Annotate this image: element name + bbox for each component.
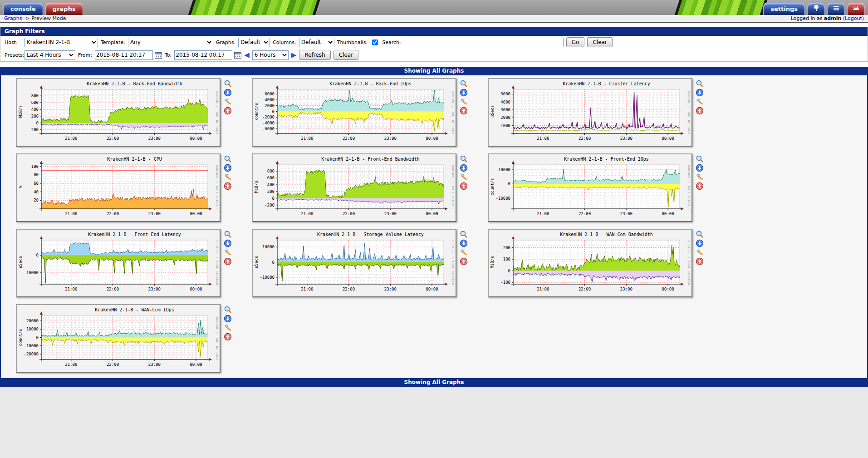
breadcrumb-graphs-link[interactable]: Graphs	[4, 15, 22, 21]
graph-cell: -200020040060080021:0022:0023:0000:00Kra…	[16, 78, 252, 147]
kill-spike-icon[interactable]	[460, 182, 468, 190]
tab-preview-view[interactable]	[847, 2, 865, 15]
graph-source-icon[interactable]	[224, 324, 232, 332]
tab-list-view[interactable]	[827, 2, 845, 15]
graph-source-icon[interactable]	[224, 98, 232, 106]
svg-text:21:00: 21:00	[301, 212, 313, 216]
columns-select[interactable]: Default	[299, 38, 334, 47]
svg-text:-10000: -10000	[260, 275, 275, 280]
csv-export-icon[interactable]	[460, 239, 468, 247]
window-select[interactable]: 6 Hours	[252, 50, 289, 60]
csv-export-icon[interactable]	[224, 164, 232, 172]
graphs-select[interactable]: Default	[238, 38, 270, 47]
kill-spike-icon[interactable]	[696, 257, 704, 266]
kill-spike-icon[interactable]	[460, 257, 468, 266]
graph-image[interactable]: -1000001000021:0022:0023:0000:00KrakenHN…	[252, 229, 456, 297]
shift-left-icon[interactable]: ◀	[244, 52, 250, 59]
clear-button[interactable]: Clear	[587, 37, 612, 47]
tab-tree-view[interactable]	[807, 2, 825, 15]
graph-source-icon[interactable]	[696, 248, 704, 256]
graph-image[interactable]: -1000001000021:0022:0023:0000:00KrakenHN…	[488, 153, 692, 222]
graph-source-icon[interactable]	[460, 248, 468, 256]
graph-source-icon[interactable]	[460, 173, 468, 181]
from-calendar-icon[interactable]	[155, 52, 162, 59]
logout-link[interactable]: (Logout)	[843, 15, 864, 21]
svg-text:RRDTOOL / TOBI OETIKER: RRDTOOL / TOBI OETIKER	[215, 165, 219, 210]
svg-text:KrakenHN 2-1-B - Storage-Volum: KrakenHN 2-1-B - Storage-Volume Latency	[317, 232, 424, 237]
zoom-graph-icon[interactable]	[460, 155, 468, 163]
clear-button-2[interactable]: Clear	[333, 50, 358, 60]
graph-image[interactable]: -6000-4000-2000020004000600021:0022:0023…	[252, 78, 456, 147]
kill-spike-icon[interactable]	[224, 333, 232, 341]
csv-export-icon[interactable]	[460, 89, 468, 97]
kill-spike-icon[interactable]	[224, 257, 232, 266]
svg-text:RRDTOOL / TOBI OETIKER: RRDTOOL / TOBI OETIKER	[451, 165, 455, 210]
graph-source-icon[interactable]	[224, 173, 232, 181]
svg-text:23:00: 23:00	[148, 287, 161, 291]
tab-graphs[interactable]: graphs	[45, 2, 83, 15]
graph-image[interactable]: 2040608010021:0022:0023:0000:00KrakenHN …	[16, 153, 221, 222]
kill-spike-icon[interactable]	[696, 182, 704, 190]
host-select[interactable]: KrakenHN 2-1-B	[25, 38, 98, 47]
tree-icon	[813, 5, 820, 13]
shift-right-icon[interactable]: ▶	[291, 52, 297, 59]
kill-spike-icon[interactable]	[224, 182, 232, 190]
csv-export-icon[interactable]	[224, 239, 232, 247]
to-calendar-icon[interactable]	[234, 52, 241, 59]
graph-cell: -1000001000021:0022:0023:0000:00KrakenHN…	[488, 153, 724, 222]
zoom-graph-icon[interactable]	[696, 155, 704, 163]
csv-export-icon[interactable]	[696, 89, 704, 97]
graph-source-icon[interactable]	[224, 248, 232, 256]
kill-spike-icon[interactable]	[224, 107, 232, 115]
svg-text:21:00: 21:00	[301, 287, 313, 291]
svg-text:200: 200	[31, 114, 39, 118]
graph-source-icon[interactable]	[696, 98, 704, 106]
graph-image[interactable]: -200020040060080021:0022:0023:0000:00Kra…	[16, 78, 221, 147]
thumbnails-checkbox[interactable]	[372, 39, 378, 45]
svg-text:4000: 4000	[265, 98, 275, 102]
from-label: From:	[78, 52, 92, 58]
svg-text:-200: -200	[29, 128, 39, 132]
zoom-graph-icon[interactable]	[224, 230, 232, 238]
zoom-graph-icon[interactable]	[696, 230, 704, 238]
presets-select[interactable]: Last 4 Hours	[25, 50, 75, 60]
zoom-graph-icon[interactable]	[224, 155, 232, 163]
to-input[interactable]	[174, 50, 232, 60]
graph-source-icon[interactable]	[696, 173, 704, 181]
graph-image[interactable]: -10000021:0022:0023:0000:00KrakenHN 2-1-…	[16, 229, 221, 297]
graph-image[interactable]: -20000-100000100002000021:0022:0023:0000…	[16, 304, 221, 373]
refresh-button[interactable]: Refresh	[299, 50, 330, 60]
graph-image[interactable]: -100010020021:0022:0023:0000:00KrakenHN …	[488, 229, 692, 297]
zoom-graph-icon[interactable]	[224, 305, 232, 314]
zoom-graph-icon[interactable]	[460, 230, 468, 238]
graph-image[interactable]: 1000200030004000500021:0022:0023:0000:00…	[488, 78, 692, 147]
csv-export-icon[interactable]	[224, 315, 232, 323]
svg-text:2000: 2000	[265, 103, 275, 108]
from-input[interactable]	[95, 50, 153, 60]
svg-text:00:00: 00:00	[190, 362, 202, 367]
svg-text:20: 20	[34, 198, 39, 202]
zoom-graph-icon[interactable]	[224, 79, 232, 88]
svg-text:-200: -200	[265, 203, 275, 207]
tab-settings[interactable]: settings	[763, 2, 805, 15]
svg-text:60: 60	[34, 181, 39, 186]
graph-source-icon[interactable]	[460, 98, 468, 106]
tab-console[interactable]: console	[3, 2, 43, 15]
graph-image[interactable]: -200020040060080021:0022:0023:0000:00Kra…	[252, 153, 456, 222]
kill-spike-icon[interactable]	[460, 107, 468, 115]
login-prefix: Logged in as	[791, 15, 823, 21]
zoom-graph-icon[interactable]	[696, 79, 704, 88]
search-input[interactable]	[404, 38, 564, 47]
svg-text:21:00: 21:00	[65, 362, 77, 367]
csv-export-icon[interactable]	[460, 164, 468, 172]
go-button[interactable]: Go	[566, 37, 585, 47]
kill-spike-icon[interactable]	[696, 107, 704, 115]
svg-text:10000: 10000	[498, 167, 510, 172]
csv-export-icon[interactable]	[696, 239, 704, 247]
template-select[interactable]: Any	[128, 38, 213, 47]
breadcrumb-bar: Graphs-> Preview Mode Logged in as admin…	[0, 15, 868, 23]
csv-export-icon[interactable]	[224, 89, 232, 97]
zoom-graph-icon[interactable]	[460, 79, 468, 88]
svg-text:200: 200	[503, 246, 510, 250]
csv-export-icon[interactable]	[696, 164, 704, 172]
